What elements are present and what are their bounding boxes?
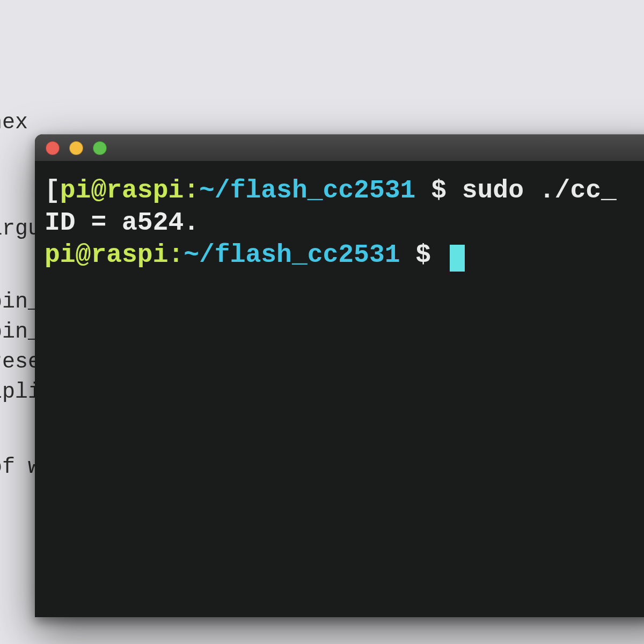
prompt-path: ~/flash_cc2531: [199, 176, 415, 205]
prompt-user-host: pi@raspi: [45, 240, 168, 269]
prompt-colon: :: [184, 176, 199, 205]
minimize-icon[interactable]: [69, 141, 83, 155]
prompt-user-host: pi@raspi: [60, 176, 184, 205]
terminal-line-3: pi@raspi:~/flash_cc2531 $: [45, 239, 644, 271]
terminal-window[interactable]: [pi@raspi:~/flash_cc2531 $ sudo ./cc_ ID…: [35, 134, 644, 617]
window-titlebar[interactable]: [35, 135, 644, 162]
prompt-dollar: $: [415, 176, 462, 205]
output-text: ID = a524.: [45, 208, 199, 237]
cursor-icon: [450, 245, 465, 272]
terminal-body[interactable]: [pi@raspi:~/flash_cc2531 $ sudo ./cc_ ID…: [35, 162, 644, 284]
prompt-dollar: $: [400, 240, 447, 269]
command-text: sudo ./cc_: [462, 176, 617, 205]
terminal-line-1: [pi@raspi:~/flash_cc2531 $ sudo ./cc_: [45, 174, 644, 207]
close-icon[interactable]: [46, 141, 60, 155]
terminal-line-2: ID = a524.: [45, 207, 644, 239]
prompt-colon: :: [168, 240, 184, 269]
traffic-lights: [46, 141, 107, 155]
bg-text-hex: hex: [0, 110, 644, 136]
prompt-path: ~/flash_cc2531: [184, 240, 400, 269]
zoom-icon[interactable]: [93, 141, 107, 155]
prompt-bracket: [: [45, 176, 60, 205]
